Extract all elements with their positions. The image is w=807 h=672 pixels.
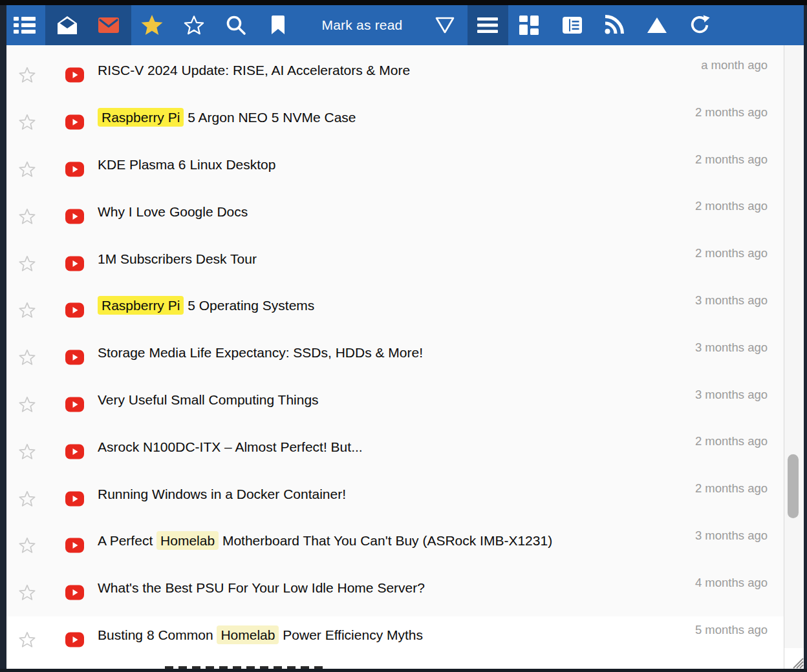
open-envelope-icon: [57, 16, 78, 35]
article-list-pane: RISC-V 2024 Update: RISE, AI Accelerator…: [6, 45, 804, 669]
filter-triangle-icon: [435, 16, 455, 34]
reader-view-button[interactable]: [554, 5, 590, 45]
article-title: 1M Subscribers Desk Tour: [98, 251, 257, 267]
article-row[interactable]: Storage Media Life Expectancy: SSDs, HDD…: [6, 334, 784, 381]
article-title: Asrock N100DC-ITX – Almost Perfect! But.…: [98, 439, 363, 455]
article-row[interactable]: Raspberry Pi 5 Argon NEO 5 NVMe Case 2 m…: [6, 99, 784, 146]
layout-button[interactable]: [511, 5, 547, 45]
star-outline-icon[interactable]: [18, 207, 36, 225]
article-title: Why I Love Google Docs: [98, 204, 248, 220]
read-articles-button[interactable]: [49, 5, 85, 45]
article-age: 3 months ago: [695, 293, 768, 308]
triangle-up-icon: [647, 17, 667, 34]
star-outline-icon[interactable]: [18, 395, 36, 413]
article-title: RISC-V 2024 Update: RISE, AI Accelerator…: [98, 63, 410, 78]
mark-as-read-label: Mark as read: [322, 17, 403, 33]
article-age: 3 months ago: [695, 341, 768, 355]
star-outline-icon[interactable]: [18, 584, 36, 602]
youtube-icon: [65, 395, 84, 414]
article-row[interactable]: RISC-V 2024 Update: RISE, AI Accelerator…: [6, 52, 784, 99]
menu-button[interactable]: [469, 5, 506, 45]
star-outline-icon[interactable]: [18, 114, 36, 131]
search-button[interactable]: [218, 5, 254, 45]
article-age: 2 months ago: [695, 434, 768, 448]
star-outline-icon[interactable]: [18, 160, 36, 178]
filter-button[interactable]: [427, 5, 463, 45]
star-outline-icon[interactable]: [18, 490, 36, 507]
unread-articles-button[interactable]: [91, 5, 127, 45]
article-title: KDE Plasma 6 Linux Desktop: [98, 157, 275, 173]
youtube-icon: [65, 113, 84, 132]
window-frame-top: [0, 0, 807, 5]
article-row[interactable]: What's the Best PSU For Your Low Idle Ho…: [6, 569, 784, 616]
article-row[interactable]: Asrock N100DC-ITX – Almost Perfect! But.…: [6, 428, 784, 475]
orange-envelope-icon: [98, 17, 119, 33]
youtube-icon: [65, 630, 84, 649]
article-age: a month ago: [701, 58, 768, 72]
refresh-button[interactable]: [682, 5, 718, 45]
article-title: Running Windows in a Docker Container!: [98, 487, 346, 502]
bookmark-icon: [270, 16, 286, 35]
window-frame-left: [0, 5, 6, 672]
star-outline-icon[interactable]: [18, 67, 36, 84]
article-age: 5 months ago: [695, 623, 768, 637]
article-age: 3 months ago: [695, 529, 768, 543]
clipped-title-text: [165, 666, 328, 669]
window-frame-bottom: [0, 669, 807, 672]
article-row[interactable]: KDE Plasma 6 Linux Desktop 2 months ago: [6, 146, 784, 193]
hamburger-icon: [477, 17, 498, 33]
unstar-button[interactable]: [176, 5, 212, 45]
youtube-icon: [65, 442, 84, 461]
article-age: 2 months ago: [695, 246, 768, 260]
article-title: Raspberry Pi 5 Operating Systems: [98, 298, 314, 313]
partial-next-row[interactable]: [6, 663, 784, 669]
scrollbar-thumb[interactable]: [788, 454, 799, 518]
article-row[interactable]: Busting 8 Common Homelab Power Efficienc…: [6, 616, 784, 664]
star-outline-icon[interactable]: [18, 255, 36, 272]
scroll-to-top-button[interactable]: [639, 5, 675, 45]
youtube-icon: [65, 160, 84, 178]
star-outline-icon[interactable]: [18, 302, 36, 319]
star-outline-icon[interactable]: [18, 537, 36, 554]
article-row[interactable]: 1M Subscribers Desk Tour 2 months ago: [6, 240, 784, 287]
rss-icon: [603, 15, 624, 36]
article-title: Very Useful Small Computing Things: [98, 392, 319, 408]
list-icon: [14, 16, 36, 34]
star-outline-icon[interactable]: [18, 443, 36, 460]
toolbar: Mark as read: [6, 5, 804, 45]
article-age: 2 months ago: [695, 481, 768, 496]
star-outline-icon[interactable]: [18, 349, 36, 366]
list-view-button[interactable]: [6, 5, 43, 45]
youtube-icon: [65, 348, 84, 367]
mark-as-read-button[interactable]: Mark as read: [305, 5, 419, 45]
article-row[interactable]: Running Windows in a Docker Container! 2…: [6, 475, 784, 522]
star-outline-icon[interactable]: [18, 631, 36, 648]
subscribe-button[interactable]: [596, 5, 632, 45]
book-icon: [563, 17, 582, 34]
article-title: Raspberry Pi 5 Argon NEO 5 NVMe Case: [98, 110, 356, 125]
youtube-icon: [65, 66, 84, 85]
article-title: Storage Media Life Expectancy: SSDs, HDD…: [98, 345, 423, 361]
starred-articles-button[interactable]: [134, 5, 170, 45]
article-row[interactable]: Very Useful Small Computing Things 3 mon…: [6, 381, 784, 428]
youtube-icon: [65, 536, 84, 555]
star-outline-icon: [183, 15, 205, 36]
article-title: A Perfect Homelab Motherboard That You C…: [98, 533, 552, 549]
article-age: 4 months ago: [695, 576, 768, 590]
star-filled-icon: [140, 14, 164, 36]
resize-grip-icon: [787, 652, 804, 669]
youtube-icon: [65, 254, 84, 273]
window-resize-grip[interactable]: [784, 648, 804, 669]
article-row[interactable]: Why I Love Google Docs 2 months ago: [6, 193, 784, 240]
article-age: 3 months ago: [695, 388, 768, 402]
bookmark-button[interactable]: [260, 5, 296, 45]
article-row[interactable]: Raspberry Pi 5 Operating Systems 3 month…: [6, 287, 784, 334]
grid-icon: [519, 16, 539, 35]
article-title: What's the Best PSU For Your Low Idle Ho…: [98, 580, 425, 596]
youtube-icon: [65, 489, 84, 508]
youtube-icon: [65, 583, 84, 602]
article-age: 2 months ago: [695, 152, 768, 167]
scrollbar-track[interactable]: [784, 45, 804, 669]
article-title: Busting 8 Common Homelab Power Efficienc…: [98, 627, 423, 643]
article-row[interactable]: A Perfect Homelab Motherboard That You C…: [6, 522, 784, 569]
